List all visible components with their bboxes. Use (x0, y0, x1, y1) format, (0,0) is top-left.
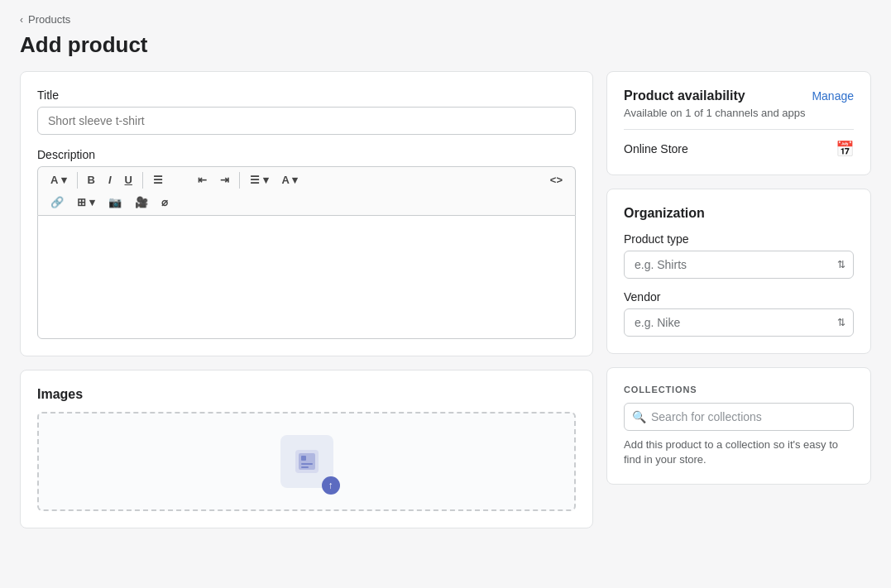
toolbar-row-2: 🔗 ⊞ ▾ 📷 🎥 ⌀ (45, 193, 568, 212)
collections-card: COLLECTIONS 🔍 Add this product to a coll… (606, 367, 871, 485)
align-button[interactable]: ☰ ▾ (244, 170, 275, 189)
vendor-field: Vendor e.g. Nike ⇅ (624, 290, 854, 337)
upload-placeholder: ↑ (280, 435, 333, 488)
block-button[interactable]: ⌀ (156, 193, 174, 212)
availability-title: Product availability (624, 88, 745, 103)
upload-arrow-icon: ↑ (322, 476, 340, 495)
main-layout: Title Description A ▾ B I U ☰ ⠀ ⇤ (20, 71, 871, 528)
toolbar-divider-2 (142, 172, 143, 189)
unordered-list-button[interactable]: ☰ (147, 170, 169, 189)
vendor-select[interactable]: e.g. Nike (624, 308, 854, 337)
outdent-button[interactable]: ⇤ (192, 170, 213, 189)
images-card: Images ↑ (20, 370, 593, 528)
page-container: ‹ Products Add product Title Description… (0, 0, 891, 588)
availability-card: Product availability Manage Available on… (606, 71, 871, 175)
vendor-label: Vendor (624, 290, 854, 304)
online-store-label: Online Store (624, 142, 688, 155)
collections-search-input[interactable] (624, 403, 854, 431)
indent-button[interactable]: ⇥ (214, 170, 235, 189)
organization-card: Organization Product type e.g. Shirts ⇅ … (606, 189, 871, 354)
collections-hint: Add this product to a collection so it's… (624, 437, 854, 467)
online-store-row: Online Store 📅 (624, 129, 854, 158)
title-label: Title (37, 88, 576, 102)
editor-toolbar: A ▾ B I U ☰ ⠀ ⇤ ⇥ ☰ ▾ A ▾ <> (37, 166, 576, 215)
breadcrumb-products-link[interactable]: Products (28, 13, 70, 26)
images-title: Images (37, 387, 576, 402)
underline-button[interactable]: U (119, 170, 138, 189)
description-label: Description (37, 148, 576, 161)
vendor-select-wrapper: e.g. Nike ⇅ (624, 308, 854, 337)
video-button[interactable]: 🎥 (129, 193, 154, 212)
product-type-field: Product type e.g. Shirts ⇅ (624, 232, 854, 279)
search-icon: 🔍 (632, 410, 646, 423)
breadcrumb: ‹ Products (20, 13, 871, 26)
table-button[interactable]: ⊞ ▾ (71, 193, 101, 212)
manage-link[interactable]: Manage (812, 89, 854, 103)
upload-icon-wrap: ↑ (280, 435, 333, 488)
svg-rect-4 (301, 466, 309, 468)
toolbar-row-1: A ▾ B I U ☰ ⠀ ⇤ ⇥ ☰ ▾ A ▾ <> (45, 170, 568, 189)
link-button[interactable]: 🔗 (45, 193, 69, 212)
product-placeholder-icon (292, 447, 322, 476)
collections-title: COLLECTIONS (624, 385, 854, 394)
collections-search-wrapper: 🔍 (624, 403, 854, 431)
image-button[interactable]: 📷 (103, 193, 127, 212)
ordered-list-button[interactable]: ⠀ (170, 170, 190, 189)
svg-rect-2 (301, 456, 306, 461)
left-column: Title Description A ▾ B I U ☰ ⠀ ⇤ (20, 71, 593, 528)
svg-rect-3 (301, 463, 313, 465)
product-type-select[interactable]: e.g. Shirts (624, 251, 854, 279)
product-type-select-wrapper: e.g. Shirts ⇅ (624, 251, 854, 279)
organization-title: Organization (624, 206, 854, 221)
back-arrow-icon: ‹ (20, 14, 23, 26)
font-button[interactable]: A ▾ (45, 170, 73, 189)
product-details-card: Title Description A ▾ B I U ☰ ⠀ ⇤ (20, 71, 593, 356)
text-color-button[interactable]: A ▾ (276, 170, 304, 189)
source-button[interactable]: <> (544, 170, 568, 189)
page-title: Add product (20, 32, 871, 58)
image-dropzone[interactable]: ↑ (37, 412, 576, 511)
availability-header: Product availability Manage (624, 88, 854, 103)
right-column: Product availability Manage Available on… (606, 71, 871, 485)
product-type-label: Product type (624, 232, 854, 246)
editor-body[interactable] (37, 215, 576, 339)
toolbar-divider-1 (77, 172, 78, 189)
calendar-icon[interactable]: 📅 (836, 140, 854, 158)
title-input[interactable] (37, 107, 576, 135)
bold-button[interactable]: B (82, 170, 101, 189)
availability-subtitle: Available on 1 of 1 channels and apps (624, 107, 854, 119)
italic-button[interactable]: I (103, 170, 117, 189)
toolbar-divider-3 (239, 172, 240, 189)
